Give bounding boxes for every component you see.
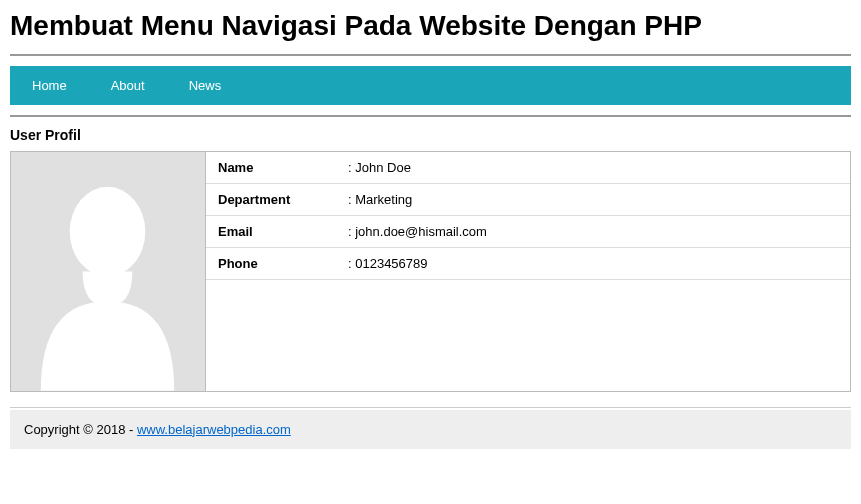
footer-text: Copyright © 2018 -	[24, 422, 137, 437]
svg-point-1	[70, 187, 146, 277]
email-value: : john.doe@hismail.com	[348, 224, 838, 239]
avatar-icon	[11, 152, 205, 391]
profile-details: Name : John Doe Department : Marketing E…	[206, 152, 850, 391]
name-value: : John Doe	[348, 160, 838, 175]
footer: Copyright © 2018 - www.belajarwebpedia.c…	[10, 410, 851, 449]
profile-row-phone: Phone : 0123456789	[206, 248, 850, 280]
profile-container: Name : John Doe Department : Marketing E…	[10, 151, 851, 392]
section-title: User Profil	[10, 127, 851, 143]
name-label: Name	[218, 160, 348, 175]
profile-row-email: Email : john.doe@hismail.com	[206, 216, 850, 248]
department-value: : Marketing	[348, 192, 838, 207]
divider	[10, 115, 851, 117]
avatar-placeholder	[11, 152, 206, 391]
divider	[10, 54, 851, 56]
profile-row-department: Department : Marketing	[206, 184, 850, 216]
nav-home[interactable]: Home	[10, 78, 89, 93]
page-title: Membuat Menu Navigasi Pada Website Denga…	[10, 10, 851, 42]
phone-value: : 0123456789	[348, 256, 838, 271]
nav-about[interactable]: About	[89, 78, 167, 93]
department-label: Department	[218, 192, 348, 207]
nav-news[interactable]: News	[167, 78, 244, 93]
main-nav: Home About News	[10, 66, 851, 105]
phone-label: Phone	[218, 256, 348, 271]
footer-link[interactable]: www.belajarwebpedia.com	[137, 422, 291, 437]
divider	[10, 407, 851, 408]
profile-row-name: Name : John Doe	[206, 152, 850, 184]
email-label: Email	[218, 224, 348, 239]
